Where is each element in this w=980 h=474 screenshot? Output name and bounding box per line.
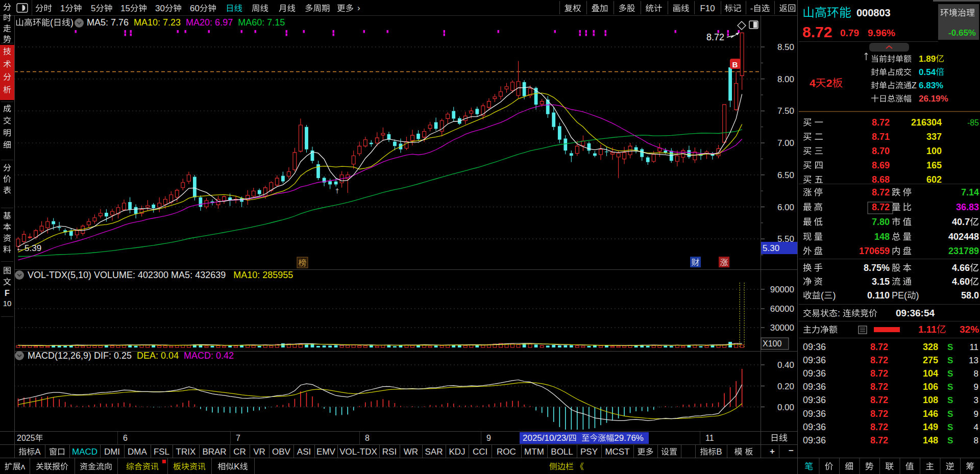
svg-text:S: S [947, 369, 953, 379]
svg-text:09:36: 09:36 [803, 342, 826, 352]
svg-text:MACD: MACD [72, 447, 97, 457]
svg-text:8.72: 8.72 [870, 382, 888, 392]
svg-text:S: S [947, 342, 953, 352]
svg-text:S: S [947, 382, 953, 392]
svg-text:146: 146 [923, 409, 938, 419]
svg-text:ASI: ASI [297, 447, 311, 457]
svg-text:7: 7 [236, 434, 240, 442]
svg-text:60: 60 [190, 4, 200, 13]
svg-text:106: 106 [923, 382, 938, 392]
svg-text:8.00: 8.00 [777, 74, 794, 84]
svg-text:6: 6 [123, 434, 128, 442]
svg-text:40.7: 40.7 [952, 217, 970, 227]
svg-text:26.19%: 26.19% [919, 94, 948, 104]
svg-text:11: 11 [969, 342, 978, 352]
svg-text:8.72: 8.72 [870, 368, 888, 379]
svg-text:1: 1 [60, 4, 65, 13]
svg-text:MACD: 0.42: MACD: 0.42 [184, 351, 234, 361]
svg-text:SAR: SAR [425, 447, 443, 457]
svg-text:60000: 60000 [770, 304, 794, 314]
svg-text:6.00: 6.00 [777, 203, 794, 212]
svg-text:10: 10 [3, 299, 12, 308]
svg-text:0.20: 0.20 [777, 382, 794, 391]
svg-text:1.89: 1.89 [919, 54, 936, 64]
svg-text:104: 104 [923, 368, 938, 379]
svg-text:11: 11 [705, 434, 714, 442]
svg-text:FSL: FSL [154, 447, 169, 457]
svg-text:−: − [789, 446, 794, 456]
svg-text:MCST: MCST [605, 447, 629, 457]
svg-text:8.72: 8.72 [870, 355, 888, 365]
svg-text:F10: F10 [700, 4, 715, 13]
svg-text:8.72: 8.72 [870, 435, 888, 445]
svg-text:PE(: PE( [892, 290, 907, 301]
svg-text:2025: 2025 [17, 434, 35, 442]
svg-text:S: S [947, 356, 953, 365]
svg-text:8.70: 8.70 [872, 146, 890, 156]
svg-text:30: 30 [155, 4, 165, 13]
svg-text:0.00: 0.00 [777, 403, 794, 412]
svg-text:EMV: EMV [316, 447, 336, 457]
svg-text:8.72: 8.72 [872, 187, 890, 197]
svg-text:DMA: DMA [128, 447, 147, 457]
svg-text:TRIX: TRIX [176, 447, 196, 457]
svg-text:15: 15 [120, 4, 130, 13]
svg-text:8: 8 [974, 436, 978, 445]
svg-text:58.0: 58.0 [961, 290, 979, 301]
svg-text:13: 13 [969, 356, 978, 365]
svg-text:4: 4 [974, 422, 978, 432]
svg-text:09:36: 09:36 [803, 435, 826, 445]
svg-text:165: 165 [926, 160, 942, 170]
svg-text:108: 108 [923, 395, 938, 405]
svg-text:6.83%: 6.83% [919, 81, 943, 90]
svg-text:09:36: 09:36 [803, 422, 826, 432]
svg-text:8.68: 8.68 [872, 174, 890, 185]
svg-text:WR: WR [404, 447, 418, 457]
svg-text:32%: 32% [960, 324, 979, 335]
svg-text:†: † [335, 187, 339, 194]
svg-text:2025/10/23/: 2025/10/23/ [523, 433, 569, 443]
svg-text:S: S [947, 422, 953, 432]
svg-text:2: 2 [826, 77, 832, 89]
svg-text:VR: VR [253, 447, 265, 457]
svg-text:X100: X100 [763, 339, 781, 348]
svg-text:PSY: PSY [580, 447, 598, 457]
svg-text:DEA: 0.04: DEA: 0.04 [137, 351, 179, 361]
svg-text:5.30: 5.30 [763, 243, 779, 253]
svg-text:0.79: 0.79 [840, 28, 859, 38]
svg-text:8.72: 8.72 [870, 409, 888, 419]
svg-text:7.80: 7.80 [872, 217, 890, 227]
svg-text:8.72: 8.72 [870, 395, 888, 405]
svg-text:OBV: OBV [272, 447, 291, 457]
svg-text:CCI: CCI [473, 447, 487, 457]
svg-text:1.11: 1.11 [918, 324, 937, 335]
svg-text:-85: -85 [967, 118, 979, 127]
svg-text:148: 148 [923, 435, 938, 445]
svg-text:9.96%: 9.96% [868, 28, 895, 38]
svg-text:09:36: 09:36 [803, 368, 826, 379]
svg-text::: : [838, 308, 840, 318]
svg-text:328: 328 [923, 342, 938, 352]
svg-text:DMI: DMI [104, 447, 120, 457]
svg-text:8.72: 8.72 [870, 422, 888, 432]
svg-text:09:36:54: 09:36:54 [896, 308, 935, 318]
svg-text:275: 275 [923, 355, 938, 365]
svg-text:VOL-TDX: VOL-TDX [339, 447, 377, 457]
svg-text:BRAR: BRAR [202, 447, 226, 457]
svg-text:30000: 30000 [770, 323, 794, 333]
svg-text:7.00: 7.00 [777, 138, 794, 148]
svg-text:402448: 402448 [948, 232, 979, 242]
svg-text:4.66: 4.66 [952, 263, 970, 273]
svg-text:F: F [5, 289, 10, 297]
svg-text:8.72: 8.72 [802, 23, 832, 40]
svg-text:S: S [947, 409, 953, 419]
svg-text:5: 5 [91, 4, 95, 13]
svg-text:9: 9 [974, 409, 978, 419]
svg-text:149: 149 [923, 422, 938, 432]
svg-text:): ) [833, 290, 836, 301]
svg-text:8.72: 8.72 [870, 342, 888, 352]
svg-text:0.54: 0.54 [919, 67, 936, 77]
svg-text:›: › [357, 3, 360, 13]
svg-text:0.40: 0.40 [777, 360, 794, 370]
svg-text:ʌ: ʌ [21, 462, 26, 471]
